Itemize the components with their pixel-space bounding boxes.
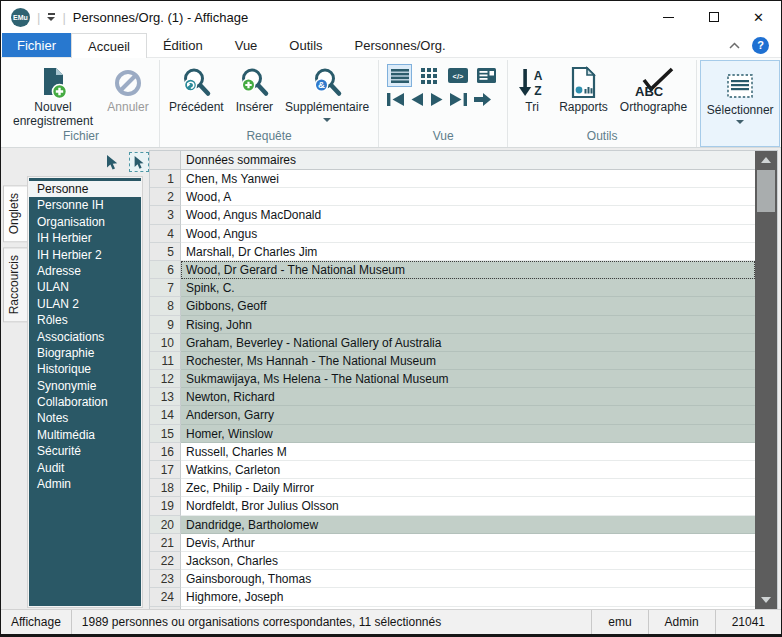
sidebar-item[interactable]: ULAN xyxy=(29,279,141,295)
table-row[interactable]: 22 Jackson, Charles xyxy=(150,552,755,570)
table-row[interactable]: 4 Wood, Angus xyxy=(150,225,755,243)
vertical-scrollbar[interactable] xyxy=(755,151,777,609)
new-record-button[interactable]: Nouvel enregistrement xyxy=(7,62,99,129)
table-row[interactable]: 20 Dandridge, Bartholomew xyxy=(150,516,755,534)
emu-logo-icon[interactable]: EMu xyxy=(11,8,30,27)
select-button[interactable]: Sélectionner xyxy=(700,60,780,147)
summary-column-header[interactable]: Données sommaires xyxy=(181,151,755,170)
sidebar-item[interactable]: Biographie xyxy=(29,345,141,361)
table-row[interactable]: 6 Wood, Dr Gerard - The National Museum xyxy=(150,261,755,279)
select-pointer-button[interactable] xyxy=(129,152,149,172)
collapse-ribbon-icon[interactable] xyxy=(729,42,740,49)
table-row[interactable]: 11 Rochester, Ms Hannah - The National M… xyxy=(150,352,755,370)
pointer-button[interactable] xyxy=(102,152,122,172)
maximize-button[interactable] xyxy=(691,1,736,33)
reports-button[interactable]: Rapports xyxy=(554,62,613,115)
insert-query-label: Insérer xyxy=(236,101,273,115)
scroll-down-button[interactable] xyxy=(755,591,777,609)
table-row[interactable]: 19 Nordfeldt, Bror Julius Olsson xyxy=(150,497,755,515)
sidebar-item[interactable]: Personne xyxy=(29,181,141,197)
titlebar-divider: | xyxy=(62,10,65,25)
previous-record-button[interactable] xyxy=(410,92,424,107)
sidebar-item[interactable]: Admin xyxy=(29,476,141,492)
tab-vue[interactable]: Vue xyxy=(219,33,274,57)
sidebar-item[interactable]: Notes xyxy=(29,410,141,426)
supplementary-query-button[interactable]: & Supplémentaire xyxy=(280,62,374,122)
row-number: 12 xyxy=(150,370,181,388)
table-row[interactable]: 7 Spink, C. xyxy=(150,279,755,297)
first-record-button[interactable] xyxy=(387,92,404,107)
table-row[interactable]: 12 Sukmawijaya, Ms Helena - The National… xyxy=(150,370,755,388)
minimize-button[interactable] xyxy=(646,1,691,33)
sidebar-item[interactable]: Organisation xyxy=(29,214,141,230)
table-row[interactable]: 14 Anderson, Garry xyxy=(150,406,755,424)
table-row[interactable]: 16 Russell, Charles M xyxy=(150,443,755,461)
minimize-icon xyxy=(663,17,674,18)
sidebar-item[interactable]: Audit xyxy=(29,460,141,476)
side-tab-raccourcis[interactable]: Raccourcis xyxy=(3,247,28,322)
table-corner-cell[interactable] xyxy=(150,151,181,170)
supplementary-query-label: Supplémentaire xyxy=(285,101,369,115)
side-tab-onglets[interactable]: Onglets xyxy=(3,185,28,242)
table-row[interactable]: 5 Marshall, Dr Charles Jim xyxy=(150,243,755,261)
row-number: 19 xyxy=(150,497,181,515)
table-row[interactable]: 23 Gainsborough, Thomas xyxy=(150,570,755,588)
next-record-button[interactable] xyxy=(430,92,444,107)
tab-personnes-org[interactable]: Personnes/Org. xyxy=(339,33,462,57)
table-row[interactable]: 15 Homer, Winslow xyxy=(150,425,755,443)
sidebar-item[interactable]: Adresse xyxy=(29,263,141,279)
sidebar-item[interactable]: IH Herbier xyxy=(29,230,141,246)
last-record-button[interactable] xyxy=(450,92,467,107)
sidebar-item[interactable]: Collaboration xyxy=(29,394,141,410)
ribbon-group-outils: A Z Tri xyxy=(508,60,697,147)
table-row[interactable]: 18 Zec, Philip - Daily Mirror xyxy=(150,479,755,497)
previous-query-button[interactable]: Précédent xyxy=(164,62,229,115)
sidebar-item[interactable]: Historique xyxy=(29,361,141,377)
row-number: 22 xyxy=(150,552,181,570)
goto-record-button[interactable] xyxy=(473,92,492,107)
tab-edition[interactable]: Édition xyxy=(147,33,219,57)
table-row[interactable]: 9 Rising, John xyxy=(150,316,755,334)
view-list-button[interactable] xyxy=(387,64,412,87)
quick-access-dropdown-icon[interactable] xyxy=(47,13,55,21)
row-summary: Graham, Beverley - National Gallery of A… xyxy=(181,334,755,352)
row-summary: Dandridge, Bartholomew xyxy=(181,516,755,534)
sidebar-item[interactable]: Synonymie xyxy=(29,378,141,394)
sidebar-item[interactable]: Rôles xyxy=(29,312,141,328)
sidebar-item[interactable]: Multimédia xyxy=(29,427,141,443)
view-grid-button[interactable] xyxy=(416,64,441,87)
status-count: 21041 xyxy=(715,610,781,634)
tab-accueil[interactable]: Accueil xyxy=(71,33,147,58)
tab-fichier[interactable]: Fichier xyxy=(2,33,71,57)
reports-label: Rapports xyxy=(559,101,608,115)
sidebar-item[interactable]: Associations xyxy=(29,329,141,345)
sidebar-item[interactable]: Personne IH xyxy=(29,197,141,213)
insert-query-button[interactable]: Insérer xyxy=(231,62,278,115)
sidebar-item[interactable]: Sécurité xyxy=(29,443,141,459)
table-row[interactable]: 21 Devis, Arthur xyxy=(150,534,755,552)
table-row[interactable]: 1 Chen, Ms Yanwei xyxy=(150,170,755,188)
scrollbar-thumb[interactable] xyxy=(757,170,775,212)
sidebar-item[interactable]: IH Herbier 2 xyxy=(29,247,141,263)
chevron-down-icon xyxy=(761,597,771,603)
row-summary: Gainsborough, Thomas xyxy=(181,570,755,588)
table-row[interactable]: 8 Gibbons, Geoff xyxy=(150,297,755,315)
sidebar-item[interactable]: ULAN 2 xyxy=(29,296,141,312)
maximize-icon xyxy=(709,12,719,22)
view-form-button[interactable] xyxy=(474,64,499,87)
table-row[interactable]: 13 Newton, Richard xyxy=(150,388,755,406)
close-button[interactable]: ✕ xyxy=(736,1,781,33)
help-icon[interactable]: ? xyxy=(752,37,769,54)
ribbon-group-vue: </> xyxy=(379,60,508,147)
table-row[interactable]: 3 Wood, Angus MacDonald xyxy=(150,206,755,224)
scroll-up-button[interactable] xyxy=(755,151,777,169)
tab-outils[interactable]: Outils xyxy=(273,33,338,57)
table-row[interactable]: 2 Wood, A xyxy=(150,188,755,206)
spelling-button[interactable]: ABC Orthographe xyxy=(615,62,692,115)
view-code-button[interactable]: </> xyxy=(445,64,470,87)
row-summary: Watkins, Carleton xyxy=(181,461,755,479)
table-row[interactable]: 24 Highmore, Joseph xyxy=(150,588,755,606)
sort-button[interactable]: A Z Tri xyxy=(512,62,552,115)
table-row[interactable]: 10 Graham, Beverley - National Gallery o… xyxy=(150,334,755,352)
table-row[interactable]: 17 Watkins, Carleton xyxy=(150,461,755,479)
